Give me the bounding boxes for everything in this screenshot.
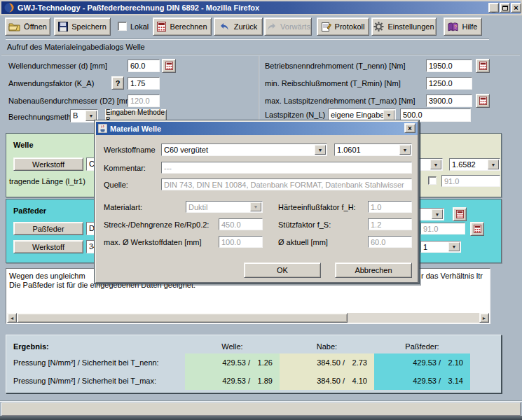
- maximize-button[interactable]: [500, 3, 510, 13]
- lastspitzendrehmoment-label: max. Lastspitzendrehmoment (T_max) [Nm]: [265, 97, 415, 105]
- nabe-werkstoffnummer-select[interactable]: 1.6582 ▼: [449, 158, 500, 171]
- max-durchmesser-field: 100.0: [219, 236, 263, 248]
- wellendurchmesser-label: Wellendurchmesser (d) [mm]: [8, 62, 107, 70]
- calculator-icon: [474, 225, 481, 233]
- toolbar-divider: [6, 38, 489, 40]
- reibschlussmoment-label: min. Reibschlußmoment (T_Rmin) [Nm]: [265, 79, 401, 88]
- ok-button[interactable]: OK: [244, 262, 321, 278]
- scroll-right-icon[interactable]: ►: [479, 313, 489, 323]
- settings-button[interactable]: Einstellungen: [371, 18, 437, 36]
- anwendungsfaktor-help-button[interactable]: ?: [111, 76, 124, 90]
- anwendungsfaktor-field[interactable]: 1.75: [128, 77, 160, 90]
- berechnungsmethode-select[interactable]: B ▼: [70, 109, 98, 122]
- chevron-down-icon[interactable]: ▼: [430, 160, 441, 169]
- betriebsnenndrehmoment-field[interactable]: 1950.0: [426, 59, 472, 72]
- kommentar-field: ---: [161, 162, 412, 174]
- haerteeinflussfaktor-label: Härteeinflußfaktor f_H:: [278, 203, 356, 211]
- dialog-title: Material Welle: [110, 125, 161, 133]
- open-button[interactable]: Öffnen: [5, 18, 50, 36]
- passfeder-norm-calc-button[interactable]: [453, 207, 467, 221]
- help-button[interactable]: ? Hilfe: [444, 18, 482, 36]
- chevron-down-icon[interactable]: ▼: [315, 145, 326, 155]
- ergebnis-row-label: Pressung [N/mm²] / Sicherheit bei T_max:: [13, 377, 156, 385]
- ergebnis-nabe-cell: 384.50 /2.73 384.50 /4.10: [280, 354, 374, 390]
- calculate-button[interactable]: Berechnen: [153, 18, 212, 36]
- dialog-close-button[interactable]: ×: [404, 123, 415, 133]
- window-title: GWJ-Technology - Paßfederberechnung DIN …: [18, 4, 259, 12]
- ergebnis-row-label: Pressung [N/mm²] / Sicherheit bei T_nenn…: [13, 358, 159, 367]
- passfeder-werkstoff-button[interactable]: Werkstoff: [13, 240, 83, 253]
- minimize-button[interactable]: _: [488, 3, 499, 13]
- reibschlussmoment-field[interactable]: 1250.0: [426, 77, 472, 90]
- dialog-titlebar[interactable]: Material Welle ×: [96, 122, 418, 135]
- passfeder-laenge-calc-button[interactable]: [470, 222, 484, 236]
- cancel-button[interactable]: Abbrechen: [335, 262, 412, 278]
- calculator-icon: [479, 97, 487, 105]
- application-window: GWJ-Technology - Paßfederberechnung DIN …: [0, 0, 522, 420]
- chevron-down-icon[interactable]: ▼: [488, 160, 499, 169]
- passfeder-title: Paßfeder: [13, 206, 46, 215]
- protocol-button[interactable]: Protokoll: [317, 18, 369, 36]
- nabenaussendurchmesser-field: 120.0: [128, 94, 160, 107]
- ergebnis-col-welle: Welle:: [185, 342, 280, 351]
- wellendurchmesser-field[interactable]: 60.0: [128, 59, 160, 72]
- ergebnis-panel: Ergebnis: Welle: Nabe: Paßfeder: Pressun…: [6, 335, 502, 393]
- chevron-down-icon[interactable]: ▼: [399, 145, 411, 155]
- ergebnis-col-passfeder: Paßfeder:: [374, 342, 470, 351]
- nabenaussendurchmesser-label: Nabenaußendurchmesser (D2) [mm]: [8, 97, 134, 105]
- column-divider: [258, 56, 259, 122]
- window-titlebar: GWJ-Technology - Paßfederberechnung DIN …: [0, 0, 522, 15]
- passfeder-anzahl-select[interactable]: 1 ▼: [420, 241, 461, 253]
- undo-icon: [219, 22, 231, 31]
- anwendungsfaktor-label: Anwendungsfaktor (K_A): [8, 79, 94, 88]
- scrollbar-thumb[interactable]: [17, 313, 348, 323]
- wellendurchmesser-calc-button[interactable]: [162, 59, 176, 73]
- calculator-icon: [165, 62, 173, 70]
- lastspitzendrehmoment-field[interactable]: 3900.0: [426, 94, 472, 107]
- ergebnis-title: Ergebnis:: [13, 342, 49, 351]
- welle-title: Welle: [13, 141, 34, 149]
- message-line1-left: Wegen des ungleichm: [9, 272, 85, 280]
- gear-icon: [373, 22, 384, 31]
- forward-button[interactable]: Vorwärts: [264, 18, 312, 36]
- calculator-icon: [456, 210, 464, 218]
- chevron-down-icon[interactable]: ▼: [448, 242, 460, 251]
- passfeder-laenge-field: 91.0: [420, 223, 465, 234]
- java-icon: [98, 124, 107, 133]
- passfeder-button[interactable]: Paßfeder: [13, 222, 83, 235]
- werkstoffnummer-select[interactable]: 1.0601 ▼: [334, 144, 412, 156]
- save-button[interactable]: Speichern: [54, 18, 111, 36]
- quelle-field: DIN 743, DIN EN 10084, Datenbank FORMAT,…: [161, 178, 412, 190]
- werkstoffname-label: Werkstoffname: [104, 146, 156, 154]
- betriebsnenndrehmoment-calc-button[interactable]: [476, 59, 490, 73]
- stuetzfaktor-label: Stützfaktor f_S:: [278, 220, 331, 229]
- ergebnis-welle-cell: 429.53 /1.26 429.53 /1.89: [185, 354, 280, 390]
- lastspitzendrehmoment-calc-button[interactable]: [476, 94, 490, 108]
- close-button[interactable]: ×: [511, 3, 521, 13]
- calculator-icon: [479, 62, 487, 70]
- nabe-tragende-laenge-checkbox[interactable]: [428, 176, 437, 185]
- werkstoffname-select[interactable]: C60 vergütet ▼: [161, 144, 327, 156]
- materialart-select: Duktil ▼: [186, 201, 263, 213]
- chevron-down-icon[interactable]: ▼: [432, 209, 443, 219]
- book-icon: ?: [448, 22, 458, 31]
- welle-werkstoff-button[interactable]: Werkstoff: [13, 158, 83, 171]
- svg-text:?: ?: [454, 24, 457, 29]
- stuetzfaktor-field: 1.2: [368, 218, 412, 230]
- welle-tragende-laenge-label: tragende Länge (l_tr1): [9, 177, 85, 186]
- status-line: Aufruf des Materialeingabedialogs Welle: [7, 43, 145, 51]
- status-divider: [1, 54, 520, 55]
- ergebnis-col-nabe: Nabe:: [280, 342, 374, 351]
- lokal-checkbox[interactable]: [118, 22, 127, 31]
- message-line1-right: r das Verhältnis ltr: [421, 272, 483, 280]
- streckgrenze-label: Streck-/Dehngrenze Re/Rp0.2:: [104, 220, 209, 229]
- chevron-down-icon: ▼: [250, 202, 261, 211]
- horizontal-scrollbar[interactable]: ◄ ►: [7, 313, 489, 323]
- chevron-down-icon[interactable]: ▼: [383, 110, 394, 120]
- back-button[interactable]: Zurück: [214, 18, 263, 36]
- chevron-down-icon[interactable]: ▼: [85, 111, 97, 121]
- calculator-icon: [157, 22, 166, 31]
- scroll-left-icon[interactable]: ◄: [7, 313, 17, 323]
- redo-icon: [266, 22, 277, 31]
- quelle-label: Quelle:: [104, 181, 128, 189]
